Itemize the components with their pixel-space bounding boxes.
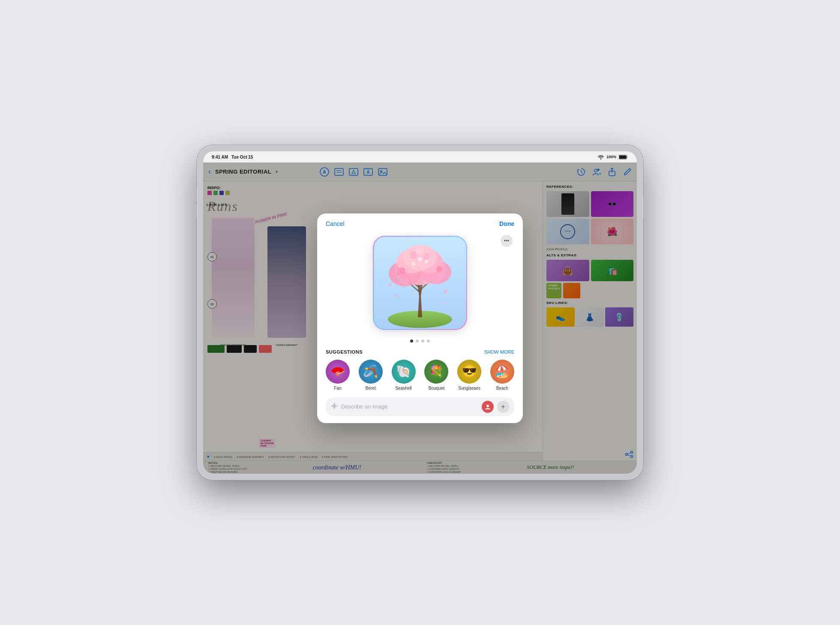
svg-point-45: [334, 406, 335, 407]
svg-point-43: [394, 246, 446, 289]
person-icon: [485, 404, 491, 410]
add-image-button[interactable]: +: [497, 401, 509, 413]
bouquet-label: Bouquet: [429, 386, 444, 391]
svg-point-0: [600, 158, 601, 159]
sunglasses-emoji-container: 😎: [457, 360, 481, 384]
wifi-icon: [598, 155, 604, 159]
suggestions-header: SUGGESTIONS SHOW MORE: [326, 349, 514, 355]
suggestion-seashell[interactable]: 🐚 Seashell: [392, 360, 416, 391]
done-button[interactable]: Done: [499, 220, 514, 227]
suggestion-bouquet[interactable]: 💐 Bouquet: [424, 360, 448, 391]
suggestion-beach[interactable]: 🏖️ Beach: [490, 360, 514, 391]
status-time: 9:41 AM: [212, 155, 228, 159]
seashell-emoji-container: 🐚: [392, 360, 416, 384]
modal-image-area: •••: [317, 231, 523, 334]
generated-image: [373, 236, 467, 330]
image-page-dots: [317, 334, 523, 349]
page-dot-4[interactable]: [427, 340, 430, 343]
suggestion-items-list: 🪭 Fan 🪃 Beret 🐚 Seashell: [326, 360, 514, 391]
search-placeholder-text[interactable]: Describe an image: [341, 403, 478, 410]
sunglasses-label: Sunglasses: [458, 386, 480, 391]
battery-percent: 100%: [606, 155, 616, 159]
suggestion-fan[interactable]: 🪭 Fan: [326, 360, 350, 391]
fan-emoji-container: 🪭: [326, 360, 350, 384]
suggestions-section: SUGGESTIONS SHOW MORE 🪭 Fan 🪃: [317, 349, 523, 391]
cherry-blossom-svg: [373, 236, 467, 330]
volume-up-button[interactable]: [195, 188, 197, 201]
battery-icon: [619, 155, 628, 159]
modal-header: Cancel Done: [317, 213, 523, 231]
seashell-label: Seashell: [395, 386, 411, 391]
suggestions-title: SUGGESTIONS: [326, 349, 363, 355]
suggestion-sunglasses[interactable]: 😎 Sunglasses: [457, 360, 481, 391]
status-bar-right: 100%: [598, 155, 628, 159]
show-more-button[interactable]: SHOW MORE: [484, 349, 514, 355]
page-dot-3[interactable]: [421, 340, 424, 343]
beach-emoji-container: 🏖️: [490, 360, 514, 384]
cancel-button[interactable]: Cancel: [326, 220, 345, 227]
fan-label: Fan: [334, 386, 341, 391]
beret-label: Beret: [366, 386, 376, 391]
page-dot-1[interactable]: [410, 340, 413, 343]
search-bar: Describe an image +: [326, 397, 514, 416]
status-bar: 9:41 AM Tue Oct 15 100%: [203, 151, 637, 162]
search-bar-container: Describe an image +: [317, 397, 523, 423]
page-dot-2[interactable]: [416, 340, 419, 343]
person-photo-button[interactable]: [482, 401, 494, 413]
volume-down-button[interactable]: [195, 204, 197, 217]
status-bar-left: 9:41 AM Tue Oct 15: [212, 155, 253, 159]
app-background: ‹ SPRING EDITORIAL ▾ A: [203, 162, 637, 474]
search-ai-icon: [331, 403, 338, 411]
beret-emoji-container: 🪃: [359, 360, 383, 384]
bouquet-emoji-container: 💐: [424, 360, 448, 384]
ipad-screen: 9:41 AM Tue Oct 15 100%: [203, 151, 637, 474]
sparkle-icon: [331, 403, 338, 409]
suggestion-beret[interactable]: 🪃 Beret: [359, 360, 383, 391]
svg-rect-2: [619, 156, 626, 159]
ipad-device: 9:41 AM Tue Oct 15 100%: [197, 145, 643, 480]
svg-point-46: [486, 405, 489, 407]
power-button[interactable]: [643, 197, 645, 218]
image-generation-modal: Cancel Done: [317, 213, 523, 423]
more-options-button[interactable]: •••: [501, 235, 513, 247]
status-date: Tue Oct 15: [231, 155, 253, 159]
modal-overlay: Cancel Done: [203, 162, 637, 474]
beach-label: Beach: [496, 386, 508, 391]
